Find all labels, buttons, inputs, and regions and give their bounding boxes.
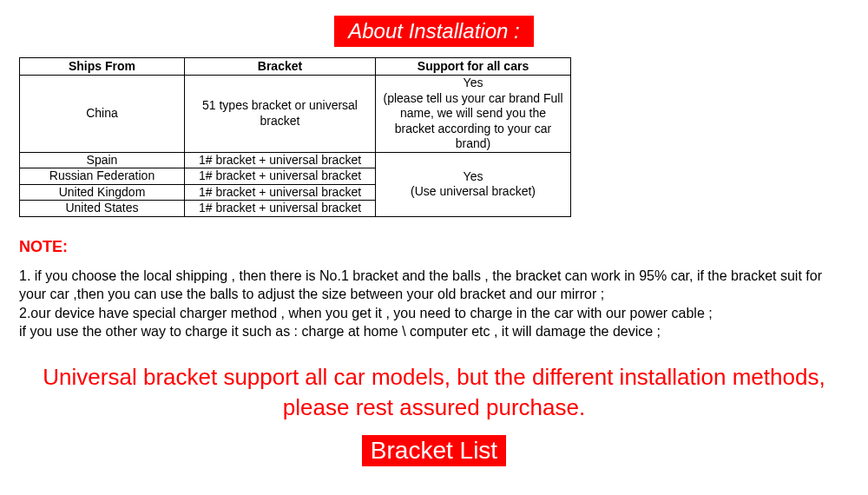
header-bracket: Bracket: [185, 58, 376, 76]
note-heading: NOTE:: [19, 238, 849, 256]
shipping-table-wrap: Ships From Bracket Support for all cars …: [19, 57, 868, 217]
shipping-table: Ships From Bracket Support for all cars …: [19, 57, 571, 217]
cell-support-merged: Yes (Use universal bracket): [376, 152, 571, 216]
cell-bracket: 1# bracket + universal bracket: [185, 184, 376, 201]
about-installation-banner: About Installation :: [334, 16, 533, 47]
table-row: Spain 1# bracket + universal bracket Yes…: [20, 152, 571, 168]
top-banner-wrap: About Installation :: [0, 16, 868, 47]
note-block: NOTE: 1. if you choose the local shippin…: [19, 238, 849, 341]
cell-ships: Russian Federation: [20, 168, 185, 185]
cell-ships: United Kingdom: [20, 184, 185, 201]
cell-ships-china: China: [20, 76, 185, 153]
cell-ships: United States: [20, 201, 185, 217]
note-body: 1. if you choose the local shipping , th…: [19, 267, 849, 341]
header-ships-from: Ships From: [20, 58, 185, 76]
bottom-banner-wrap: Bracket List: [0, 435, 868, 466]
cell-bracket: 1# bracket + universal bracket: [185, 201, 376, 217]
header-support: Support for all cars: [376, 58, 571, 76]
table-row-china: China 51 types bracket or universal brac…: [20, 76, 571, 153]
cell-bracket: 1# bracket + universal bracket: [185, 168, 376, 185]
cell-support-china: Yes (please tell us your car brand Full …: [376, 76, 571, 153]
table-header-row: Ships From Bracket Support for all cars: [20, 58, 571, 76]
assurance-text: Universal bracket support all car models…: [0, 362, 868, 423]
cell-bracket-china: 51 types bracket or universal bracket: [185, 76, 376, 153]
cell-ships: Spain: [20, 152, 185, 168]
bracket-list-banner: Bracket List: [362, 435, 506, 466]
cell-bracket: 1# bracket + universal bracket: [185, 152, 376, 168]
